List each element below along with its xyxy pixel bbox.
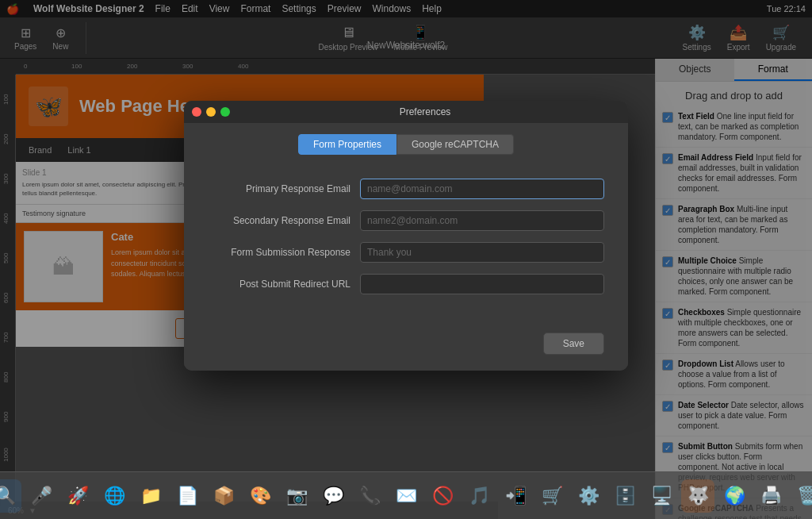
close-button[interactable] xyxy=(192,107,201,117)
dock-notes[interactable]: 📄 xyxy=(170,479,204,513)
dock-trash[interactable]: 🗑️ xyxy=(791,479,812,513)
dock-launchpad[interactable]: 🚀 xyxy=(61,479,94,513)
dock-archive[interactable]: 📦 xyxy=(207,479,240,513)
dock-cart[interactable]: 🛒 xyxy=(535,479,569,513)
primary-email-input[interactable] xyxy=(360,179,604,199)
save-button[interactable]: Save xyxy=(543,333,604,355)
secondary-email-input[interactable] xyxy=(360,210,604,231)
modal-body: Primary Response Email Secondary Respons… xyxy=(184,163,628,321)
tab-form-properties[interactable]: Form Properties xyxy=(298,134,396,155)
dock-print[interactable]: 🖨️ xyxy=(754,479,787,513)
dock-globe[interactable]: 🌍 xyxy=(718,479,751,513)
dock-music[interactable]: 🎵 xyxy=(462,479,496,513)
submission-response-input[interactable] xyxy=(360,242,604,263)
tab-google-recaptcha[interactable]: Google reCAPTCHA xyxy=(396,134,514,155)
modal-traffic-lights xyxy=(192,107,230,117)
dock: 🔍 🎤 🚀 🌐 📁 📄 📦 🎨 📷 💬 📞 ✉️ 🚫 🎵 📲 🛒 ⚙️ 🗄️ 🖥… xyxy=(0,471,812,519)
dock-photos[interactable]: 🎨 xyxy=(243,479,277,513)
redirect-url-label: Post Submit Redirect URL xyxy=(208,279,350,290)
modal-overlay: Preferences Form Properties Google reCAP… xyxy=(0,0,812,471)
submission-response-row: Form Submission Response xyxy=(208,242,604,263)
dock-messages[interactable]: 💬 xyxy=(316,479,350,513)
modal-title: Preferences xyxy=(230,106,620,117)
dock-files[interactable]: 📁 xyxy=(134,479,167,513)
dock-mail[interactable]: ✉️ xyxy=(389,479,423,513)
secondary-email-label: Secondary Response Email xyxy=(208,215,350,226)
dock-finder[interactable]: 🔍 xyxy=(0,479,21,513)
preferences-modal: Preferences Form Properties Google reCAP… xyxy=(184,101,628,371)
modal-tabs: Form Properties Google reCAPTCHA xyxy=(184,123,628,163)
dock-phone[interactable]: 📞 xyxy=(353,479,386,513)
minimize-button[interactable] xyxy=(206,107,216,117)
redirect-url-row: Post Submit Redirect URL xyxy=(208,274,604,294)
primary-email-label: Primary Response Email xyxy=(208,183,350,194)
dock-siri[interactable]: 🎤 xyxy=(25,479,58,513)
modal-titlebar: Preferences xyxy=(184,101,628,123)
redirect-url-input[interactable] xyxy=(360,274,604,294)
secondary-email-row: Secondary Response Email xyxy=(208,210,604,231)
dock-server[interactable]: 🗄️ xyxy=(608,479,642,513)
primary-email-row: Primary Response Email xyxy=(208,179,604,199)
dock-block[interactable]: 🚫 xyxy=(426,479,459,513)
submission-response-label: Form Submission Response xyxy=(208,247,350,258)
dock-camera[interactable]: 📷 xyxy=(280,479,313,513)
dock-settings[interactable]: ⚙️ xyxy=(572,479,605,513)
modal-footer: Save xyxy=(184,321,628,371)
dock-appstore[interactable]: 📲 xyxy=(499,479,532,513)
maximize-button[interactable] xyxy=(220,107,230,117)
dock-safari[interactable]: 🌐 xyxy=(98,479,131,513)
dock-monitor[interactable]: 🖥️ xyxy=(645,479,678,513)
dock-wolf[interactable]: 🐺 xyxy=(681,479,714,513)
